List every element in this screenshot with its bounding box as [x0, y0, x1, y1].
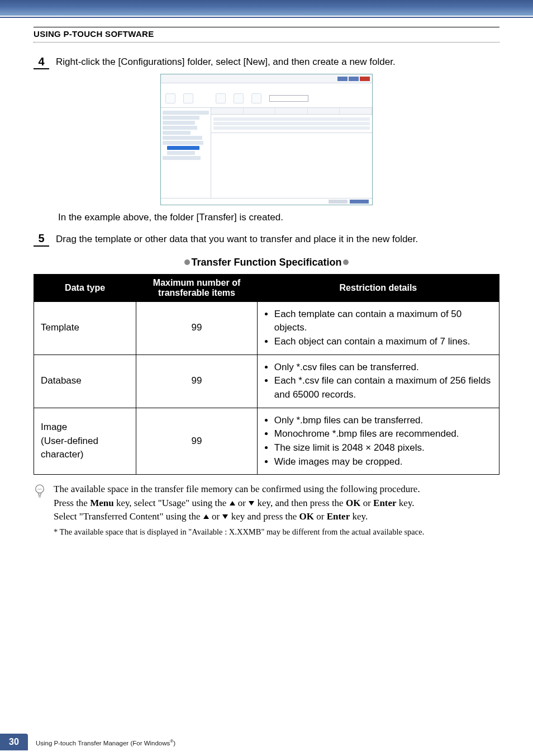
down-arrow-icon: [249, 501, 254, 505]
printer-dropdown-illustration: [269, 95, 308, 102]
app-window-illustration: [160, 74, 373, 205]
toolbar-icon: [216, 93, 226, 103]
status-bar-illustration: [161, 198, 372, 205]
menu-bar-illustration: [161, 83, 372, 89]
cell-data-type: Image(User-defined character): [34, 408, 136, 475]
note-footnote: * The available space that is displayed …: [54, 526, 499, 538]
col-data-type: Data type: [34, 274, 136, 301]
step-number: 5: [34, 232, 49, 247]
ok-key-bold: OK: [299, 511, 314, 522]
detail-item: Each template can contain a maximum of 5…: [274, 308, 492, 335]
footer-text: ): [173, 740, 175, 746]
note-frag: or: [314, 511, 327, 522]
detail-item: Only *.csv files can be transferred.: [274, 361, 492, 375]
maximize-icon: [349, 77, 359, 81]
preview-panel-illustration: [211, 133, 372, 198]
detail-item: Monochrome *.bmp files are recommended.: [274, 427, 492, 441]
note-block: The available space in the transfer file…: [34, 483, 499, 538]
svg-point-0: [36, 485, 44, 493]
detail-item: Each *.csv file can contain a maximum of…: [274, 374, 492, 401]
cell-details: Each template can contain a maximum of 5…: [257, 301, 499, 355]
footer-text: Using P-touch Transfer Manager (For Wind…: [36, 740, 170, 746]
note-frag: or: [360, 498, 373, 508]
step-5: 5 Drag the template or other data that y…: [34, 232, 499, 247]
search-icon: [234, 93, 244, 103]
note-frag: key.: [397, 498, 415, 508]
tree-panel-illustration: [161, 108, 211, 198]
close-icon: [360, 77, 370, 81]
step-text: Drag the template or other data that you…: [56, 232, 499, 247]
cell-data-type: Database: [34, 355, 136, 408]
step-number: 4: [34, 55, 49, 69]
minimize-icon: [337, 77, 348, 81]
toolbar-illustration: [161, 89, 372, 108]
cell-max: 99: [136, 408, 258, 475]
toolbar-icon: [165, 93, 175, 103]
cell-max: 99: [136, 301, 258, 355]
view-icon: [251, 93, 261, 103]
table-title-text: Transfer Function Specification: [191, 257, 341, 268]
note-frag: key and press the: [229, 511, 299, 522]
page-footer: 30 Using P-touch Transfer Manager (For W…: [0, 728, 533, 750]
note-text: The available space in the transfer file…: [54, 483, 499, 538]
ok-key-bold: OK: [346, 498, 360, 508]
table-row: Database99Only *.csv files can be transf…: [34, 355, 499, 408]
cell-details: Only *.bmp files can be transferred.Mono…: [257, 408, 499, 475]
page-content: USING P-TOUCH SOFTWARE 4 Right-click the…: [0, 18, 533, 560]
screenshot-wrap: [34, 74, 499, 205]
note-frag: or: [210, 511, 222, 522]
window-title-placeholder: [163, 77, 164, 81]
note-frag: or: [236, 498, 249, 508]
up-arrow-icon: [203, 514, 209, 519]
bullet-dot-icon: [184, 259, 190, 265]
note-frag: key.: [350, 511, 368, 522]
note-frag: Select "Transferred Content" using the: [54, 511, 203, 522]
note-line1: The available space in the transfer file…: [54, 484, 420, 494]
detail-item: Only *.bmp files can be transferred.: [274, 414, 492, 428]
spec-table: Data type Maximum number of transferable…: [34, 274, 499, 475]
bullet-dot-icon: [343, 259, 349, 265]
toolbar-icon: [183, 93, 193, 103]
menu-key-bold: Menu: [90, 498, 114, 508]
step-text: Right-click the [Configurations] folder,…: [56, 55, 499, 69]
down-arrow-icon: [222, 514, 228, 519]
list-panel-illustration: [211, 108, 372, 198]
table-title: Transfer Function Specification: [34, 257, 499, 268]
enter-key-bold: Enter: [373, 498, 397, 508]
col-restriction: Restriction details: [257, 274, 499, 301]
detail-item: Wide images may be cropped.: [274, 455, 492, 469]
selected-folder: [167, 146, 199, 150]
lightbulb-icon: [34, 483, 48, 538]
up-arrow-icon: [230, 501, 235, 505]
cell-details: Only *.csv files can be transferred.Each…: [257, 355, 499, 408]
enter-key-bold: Enter: [327, 511, 350, 522]
step-4: 4 Right-click the [Configurations] folde…: [34, 55, 499, 69]
note-frag: key, and then press the: [255, 498, 346, 508]
cell-max: 99: [136, 355, 258, 408]
header-band: [0, 0, 533, 16]
col-max-items: Maximum number of transferable items: [136, 274, 258, 301]
table-row: Image(User-defined character)99Only *.bm…: [34, 408, 499, 475]
detail-item: Each object can contain a maximum of 7 l…: [274, 335, 492, 349]
cell-data-type: Template: [34, 301, 136, 355]
detail-item: The size limit is 2048 × 2048 pixels.: [274, 441, 492, 455]
table-row: Template99Each template can contain a ma…: [34, 301, 499, 355]
page-number-tab: 30: [0, 734, 28, 750]
table-header-row: Data type Maximum number of transferable…: [34, 274, 499, 301]
note-frag: key, select "Usage" using the: [114, 498, 229, 508]
footer-label: Using P-touch Transfer Manager (For Wind…: [36, 739, 175, 746]
step-4-caption: In the example above, the folder [Transf…: [58, 211, 499, 224]
section-header: USING P-TOUCH SOFTWARE: [34, 27, 499, 42]
note-frag: Press the: [54, 498, 90, 508]
